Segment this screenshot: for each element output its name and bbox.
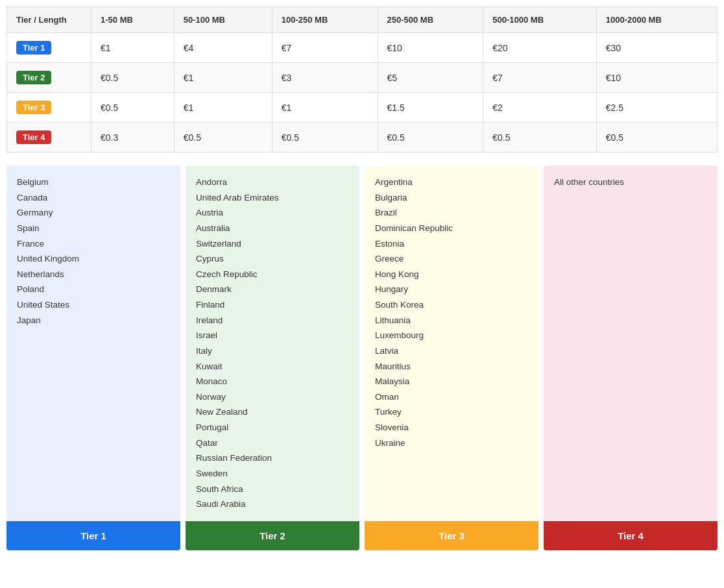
pricing-table: Tier / Length1-50 MB50-100 MB100-250 MB2… — [6, 6, 718, 153]
country-name: Bulgaria — [375, 190, 528, 206]
country-name: Brazil — [375, 205, 528, 221]
table-header: 1-50 MB — [91, 7, 175, 33]
country-name: Finland — [196, 297, 349, 313]
tier-footer-label: Tier 2 — [186, 521, 359, 550]
price-cell: €0.5 — [91, 93, 175, 123]
table-header: Tier / Length — [7, 7, 91, 33]
country-name: Netherlands — [17, 267, 170, 282]
country-name: Sweden — [196, 466, 349, 482]
country-name: All other countries — [554, 175, 707, 190]
price-cell: €5 — [378, 63, 483, 93]
country-name: Lithuania — [375, 313, 528, 328]
country-column: AndorraUnited Arab EmiratesAustriaAustra… — [186, 165, 359, 550]
country-list: All other countries — [544, 165, 718, 521]
country-name: South Korea — [375, 297, 528, 313]
country-name: Turkey — [375, 404, 528, 420]
country-name: Andorra — [196, 175, 349, 190]
price-cell: €0.5 — [91, 63, 175, 93]
price-cell: €30 — [596, 33, 717, 63]
country-name: Mauritius — [375, 359, 528, 374]
table-header: 100-250 MB — [272, 7, 378, 33]
tier-badge: Tier 3 — [16, 101, 51, 114]
country-name: Cyprus — [196, 251, 349, 267]
country-list: AndorraUnited Arab EmiratesAustriaAustra… — [186, 165, 359, 521]
price-cell: €1.5 — [378, 93, 483, 123]
price-cell: €0.5 — [272, 123, 378, 153]
table-row: Tier 1€1€4€7€10€20€30 — [7, 33, 718, 63]
country-name: Hungary — [375, 282, 528, 297]
country-name: Belgium — [17, 175, 170, 190]
country-column: All other countriesTier 4 — [544, 165, 718, 550]
country-name: Portugal — [196, 420, 349, 435]
country-name: United Arab Emirates — [196, 190, 349, 206]
country-column: BelgiumCanadaGermanySpainFranceUnited Ki… — [6, 165, 180, 550]
country-name: Australia — [196, 221, 349, 236]
tier-badge: Tier 4 — [16, 130, 51, 144]
country-name: Russian Federation — [196, 450, 349, 466]
price-cell: €1 — [174, 63, 272, 93]
table-row: Tier 3€0.5€1€1€1.5€2€2.5 — [7, 93, 718, 123]
country-name: Luxembourg — [375, 328, 528, 343]
country-name: Greece — [375, 251, 528, 267]
tier-badge: Tier 1 — [16, 41, 51, 55]
table-header: 1000-2000 MB — [596, 7, 717, 33]
country-name: France — [17, 236, 170, 252]
country-name: Germany — [17, 205, 170, 221]
price-cell: €7 — [483, 63, 596, 93]
price-cell: €1 — [272, 93, 378, 123]
country-name: Monaco — [196, 374, 349, 389]
tier-footer-label: Tier 3 — [365, 521, 538, 550]
price-cell: €0.5 — [174, 123, 272, 153]
country-grid: BelgiumCanadaGermanySpainFranceUnited Ki… — [6, 165, 718, 550]
country-name: United Kingdom — [17, 251, 170, 267]
country-name: Dominican Republic — [375, 221, 528, 236]
country-name: Malaysia — [375, 374, 528, 389]
country-name: Argentina — [375, 175, 528, 190]
price-cell: €2.5 — [596, 93, 717, 123]
country-name: Qatar — [196, 435, 349, 451]
country-name: Kuwait — [196, 359, 349, 374]
tier-footer-label: Tier 4 — [544, 521, 718, 550]
country-name: Poland — [17, 282, 170, 297]
table-row: Tier 2€0.5€1€3€5€7€10 — [7, 63, 718, 93]
country-name: South Africa — [196, 482, 349, 497]
price-cell: €0.5 — [483, 123, 596, 153]
country-name: Canada — [17, 190, 170, 206]
country-name: Ireland — [196, 313, 349, 328]
table-header: 500-1000 MB — [483, 7, 596, 33]
country-list: BelgiumCanadaGermanySpainFranceUnited Ki… — [6, 165, 180, 521]
price-cell: €0.5 — [596, 123, 717, 153]
tier-badge: Tier 2 — [16, 71, 51, 84]
country-name: Italy — [196, 343, 349, 359]
tier-footer-label: Tier 1 — [6, 521, 180, 550]
country-name: Austria — [196, 205, 349, 221]
country-name: Japan — [17, 313, 170, 328]
country-name: Czech Republic — [196, 267, 349, 282]
country-name: Slovenia — [375, 420, 528, 435]
price-cell: €7 — [272, 33, 378, 63]
price-cell: €4 — [174, 33, 272, 63]
country-name: Israel — [196, 328, 349, 343]
country-name: Denmark — [196, 282, 349, 297]
country-name: Ukraine — [375, 435, 528, 451]
country-name: Saudi Arabia — [196, 496, 349, 512]
price-cell: €1 — [91, 33, 175, 63]
price-cell: €10 — [596, 63, 717, 93]
price-cell: €1 — [174, 93, 272, 123]
country-name: Norway — [196, 389, 349, 405]
table-row: Tier 4€0.3€0.5€0.5€0.5€0.5€0.5 — [7, 123, 718, 153]
country-column: ArgentinaBulgariaBrazilDominican Republi… — [365, 165, 538, 550]
price-cell: €20 — [483, 33, 596, 63]
price-cell: €10 — [378, 33, 483, 63]
price-cell: €3 — [272, 63, 378, 93]
country-name: Switzerland — [196, 236, 349, 252]
country-name: Oman — [375, 389, 528, 405]
price-cell: €0.3 — [91, 123, 175, 153]
country-name: New Zealand — [196, 404, 349, 420]
price-cell: €0.5 — [378, 123, 483, 153]
country-name: Hong Kong — [375, 267, 528, 282]
country-name: United States — [17, 297, 170, 313]
country-name: Spain — [17, 221, 170, 236]
country-name: Estonia — [375, 236, 528, 252]
price-cell: €2 — [483, 93, 596, 123]
